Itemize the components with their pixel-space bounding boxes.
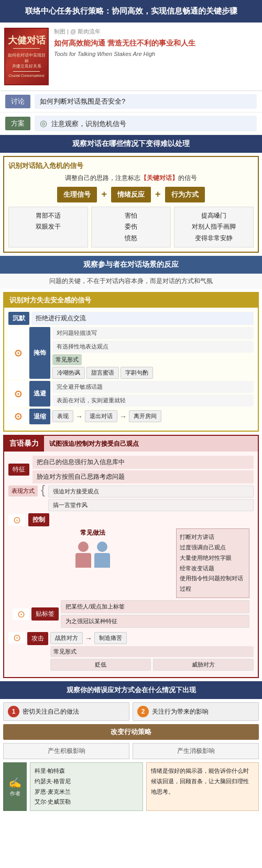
behavior-silence: 沉默 拒绝进行观点交流 xyxy=(8,312,254,325)
icon-withdraw: ⊙ xyxy=(8,409,27,424)
feature-right: 把自己的信息强行加入信息库中 胁迫对方按照自己思路考虑问题 xyxy=(32,456,254,483)
attack-content: 战胜对方 → 制造痛苦 常见形式 贬低 威胁对方 xyxy=(50,632,254,671)
control-tag: 控制 xyxy=(28,513,49,526)
behavior-withdraw: ⊙ 退缩 表现 → 退出对话 → 离开房间 xyxy=(8,409,254,424)
express-row: 表现方式 { 强迫对方接受观点 搞一言堂作风 xyxy=(8,486,254,511)
withdraw-step-2: 离开房间 xyxy=(129,410,161,422)
conceal-forms-label: 常见形式 xyxy=(52,354,82,365)
v-feature-row: 特征 把自己的信息强行加入信息库中 胁迫对方按照自己思路考虑问题 xyxy=(8,456,254,483)
signal-section: 识别对话陷入危机的信号 调整自己的思路，注意标志【关键对话】的信号 生理信号 +… xyxy=(3,156,259,253)
author-icon-box: ✍ 作者 xyxy=(3,762,27,811)
book-section: 大健对话 如何在对话中实现目标并建立良好关系 Crucial Conversat… xyxy=(0,22,262,91)
signal-detail-emotion: 害怕 委伤 愤怒 xyxy=(91,207,171,248)
control-section: 常见做法 打断对方讲话 过度强调自己观点 大量使用绝对性字眼 经常改变话题 xyxy=(13,528,249,598)
form-item-sweet: 甜言蜜语 xyxy=(86,367,119,379)
impact-row: 产生积极影响 产生消极影响 xyxy=(3,743,259,759)
solution-label: 方案 xyxy=(5,117,30,130)
signal-boxes-row: 生理信号 + 情绪反应 + 行为方式 xyxy=(8,187,254,202)
observe-sub-row: 1 密切关注自己的做法 2 关注行为带来的影响 xyxy=(3,702,259,721)
book-info: 制图 | @ 斯肉流年 如何高效能沟通 营造无往不利的事业和人生 Tools f… xyxy=(54,28,258,57)
conceal-right: 对问题轻描淡写 有选择性地表达观点 常见形式 冷嘲热讽 甜言蜜语 字斟句酌 xyxy=(52,327,254,379)
attack-main-row: 战胜对方 → 制造痛苦 xyxy=(50,632,254,644)
conceal-forms: 常见形式 xyxy=(52,354,254,365)
tag-conceal: 掩饰 xyxy=(29,327,50,379)
form-item-cold: 冷嘲热讽 xyxy=(52,367,85,379)
signal-title: 识别对话陷入危机的信号 xyxy=(8,161,254,171)
violence-content: 特征 把自己的信息强行加入信息库中 胁迫对方按照自己思路考虑问题 表现方式 { … xyxy=(4,452,258,677)
behavior-avoid: ⊙ 逃避 完全避开敏感话题 表面在对话，实则避重就轻 xyxy=(8,381,254,407)
signal-detail-behavior: 提高嗓门 对别人指手画脚 变得非常安静 xyxy=(174,207,254,248)
observe-participants-header: 观察参与者在对话场景的反应 xyxy=(0,256,262,274)
author-right: 情绪是假好的揭示器，能告诉你什么时候该回退，回顾首条，让大脑回归理性地思考。 xyxy=(146,762,259,811)
book-cover-title-cn: 大健对话 xyxy=(8,35,46,47)
book-cover-en: Crucial Conversations xyxy=(8,74,44,77)
circle-1: 1 xyxy=(8,706,19,717)
author-section: ✍ 作者 科里·帕特森 约瑟夫·格雷尼 罗恩·麦克米兰 艾尔·史威茨勒 情绪是假… xyxy=(3,762,259,811)
label-item-2: 为之强冠以某种特征 xyxy=(61,615,249,628)
tag-silence: 沉默 xyxy=(8,312,29,325)
observe-errors-header: 观察你的错误应对方式会在什么情况下出现 xyxy=(0,681,262,699)
label-tag: 贴标签 xyxy=(31,607,59,621)
avoid-sub-1: 完全避开敏感话题 xyxy=(52,381,254,393)
express-items: 强迫对方接受观点 搞一言堂作风 xyxy=(48,486,254,511)
conceal-sub-2: 有选择性地表达观点 xyxy=(52,341,254,353)
attack-result: 制造痛苦 xyxy=(94,632,127,644)
icon-conceal: ⊙ xyxy=(8,327,27,379)
book-cover-subtitle: 如何在对话中实现目标并建立良好关系 xyxy=(7,53,46,69)
feature-item-1: 把自己的信息强行加入信息库中 xyxy=(32,456,254,469)
conceal-form-items: 冷嘲热讽 甜言蜜语 字斟句酌 xyxy=(52,367,254,379)
signal-note: 调整自己的思路，注意标志【关键对话】的信号 xyxy=(8,174,254,183)
observe-header: 观察对话在哪些情况下变得难以处理 xyxy=(0,135,262,153)
attack-tag: 攻击 xyxy=(27,632,48,645)
violence-header: 言语暴力 试图强迫/控制对方接受自己观点 xyxy=(4,436,258,452)
conceal-sub-1: 对问题轻描淡写 xyxy=(52,327,254,339)
signal-box-physical: 生理信号 xyxy=(57,187,97,202)
observe-text-2: 关注行为带来的影响 xyxy=(152,707,209,716)
violence-label: 言语暴力 xyxy=(4,436,44,452)
book-tag: 制图 | @ 斯肉流年 xyxy=(54,28,258,36)
withdraw-right: 表现 → 退出对话 → 离开房间 xyxy=(52,409,254,424)
arrow-withdraw-2: → xyxy=(119,412,127,421)
safety-section: 识别对方失去安全感的信号 沉默 拒绝进行观点交流 ⊙ 掩饰 对问题轻描淡写 有选… xyxy=(3,292,259,432)
icon-attack: ⊙ xyxy=(8,632,25,644)
tag-withdraw: 退缩 xyxy=(29,409,50,424)
silence-right: 拒绝进行观点交流 xyxy=(31,312,254,325)
signal-plus-2: + xyxy=(155,189,161,200)
discussion-content: 如何判断对话氛围是否安全? xyxy=(35,94,257,109)
icon-control: ⊙ xyxy=(8,514,25,526)
label-content: 把某些人/观点加上标签 为之强冠以某种特征 xyxy=(61,600,249,628)
avoid-right: 完全避开敏感话题 表面在对话，实则避重就轻 xyxy=(52,381,254,407)
attack-form-2: 威胁对方 xyxy=(153,659,254,671)
impact-negative: 产生消极影响 xyxy=(133,743,259,759)
form-item-careful: 字斟句酌 xyxy=(121,367,153,379)
person-icons xyxy=(13,542,173,568)
arrow-withdraw-1: → xyxy=(75,412,83,421)
author-pen-icon: ✍ xyxy=(8,776,21,789)
attack-row-outer: ⊙ 攻击 战胜对方 → 制造痛苦 常见形式 贬低 威胁对方 xyxy=(8,632,254,671)
observe-text-1: 密切关注自己的做法 xyxy=(23,707,79,716)
attack-forms-label: 常见形式 xyxy=(50,646,254,657)
signal-box-behavior: 行为方式 xyxy=(165,187,205,202)
signal-detail-physical: 胃部不适 双眼发干 xyxy=(8,207,88,248)
book-en-title: Tools for Talking When Stakes Are High xyxy=(54,51,258,57)
label-row: ⊙ 贴标签 把某些人/观点加上标签 为之强冠以某种特征 xyxy=(13,600,249,630)
observe-sub-2: 2 关注行为带来的影响 xyxy=(133,702,259,721)
solution-row: 方案 ◎ 注意观察，识别危机信号 xyxy=(0,112,262,135)
observe-participants-note: 问题的关键，不在于对话内容本身，而是对话的方式和气氛 xyxy=(0,274,262,289)
feature-item-2: 胁迫对方按照自己思路考虑问题 xyxy=(32,470,254,483)
control-tag-row: ⊙ 控制 xyxy=(8,513,254,526)
violence-desc: 试图强迫/控制对方接受自己观点 xyxy=(44,436,258,452)
signal-details: 胃部不适 双眼发干 害怕 委伤 愤怒 提高嗓门 对别人指手画脚 变得非常安静 xyxy=(8,207,254,248)
signal-plus-1: + xyxy=(101,189,107,200)
behavior-conceal: ⊙ 掩饰 对问题轻描淡写 有选择性地表达观点 常见形式 冷嘲热讽 甜言蜜语 字斟… xyxy=(8,327,254,379)
impact-positive: 产生积极影响 xyxy=(3,743,129,759)
attack-form-1: 贬低 xyxy=(50,659,151,671)
label-item-1: 把某些人/观点加上标签 xyxy=(61,600,249,613)
safety-content: 沉默 拒绝进行观点交流 ⊙ 掩饰 对问题轻描淡写 有选择性地表达观点 常见形式 … xyxy=(4,308,258,431)
control-left: 常见做法 xyxy=(13,528,173,571)
page-title: 联络中心任务执行策略：协同高效，实现信息畅通的关键步骤 xyxy=(0,0,262,22)
silence-main: 拒绝进行观点交流 xyxy=(31,312,254,325)
discussion-label: 讨论 xyxy=(5,95,30,108)
solution-icon: ◎ xyxy=(40,119,47,128)
withdraw-label: 表现 xyxy=(52,410,73,422)
